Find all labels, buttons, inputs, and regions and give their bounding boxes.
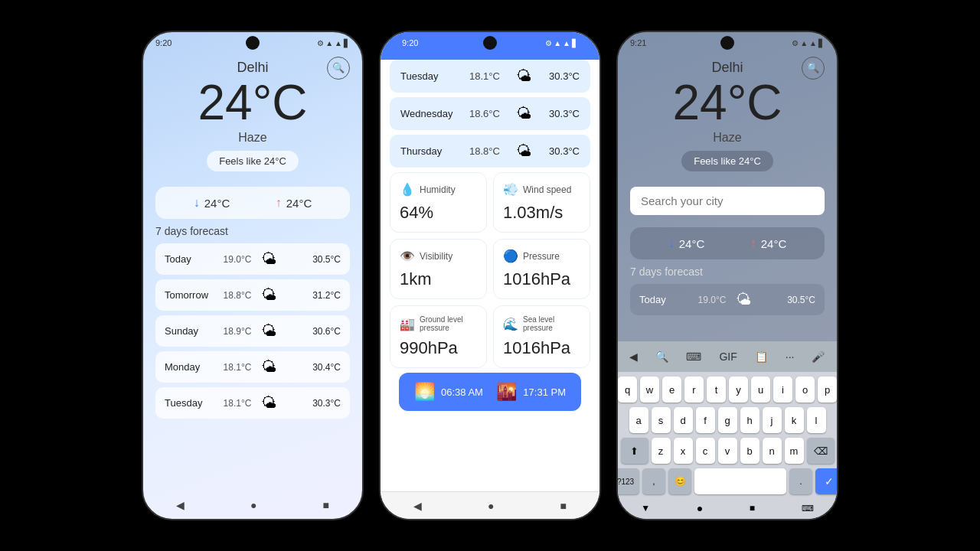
key-y[interactable]: y	[729, 377, 748, 403]
key-f[interactable]: f	[696, 407, 715, 433]
wifi-icon-1: ▲	[335, 39, 342, 47]
low-today-3: 19.0°C	[693, 295, 731, 305]
kb-row-3: ⬆ z x c v b n m ⌫	[621, 438, 834, 464]
city-row-3: Delhi 🔍	[630, 60, 825, 76]
kb-bottom-down[interactable]: ▼	[641, 503, 650, 514]
forecast-title-3: 7 days forecast	[630, 266, 825, 278]
humidity-card: 💧 Humidity 64%	[390, 172, 487, 233]
pressure-icon: 🔵	[503, 249, 518, 263]
recent-btn-1[interactable]: ■	[323, 499, 329, 511]
kb-row-1: q w e r t y u i o p	[621, 377, 834, 403]
key-x[interactable]: x	[674, 438, 693, 464]
weather-header-1: Delhi 🔍 24°C Haze Feels like 24°C	[143, 54, 362, 181]
key-o[interactable]: o	[795, 377, 815, 403]
back-btn-2[interactable]: ◀	[413, 500, 422, 512]
key-space[interactable]	[694, 468, 786, 494]
battery-icon-2: ▋	[572, 39, 578, 47]
key-q[interactable]: q	[618, 377, 637, 403]
signal-icon-2: ▲	[554, 39, 561, 47]
wind-label: Wind speed	[523, 184, 571, 195]
humidity-value: 64%	[400, 203, 477, 223]
condition-1: Haze	[238, 131, 266, 145]
kb-gif-btn[interactable]: GIF	[714, 347, 741, 366]
wind-card: 💨 Wind speed 1.03m/s	[493, 172, 590, 233]
key-n[interactable]: n	[763, 438, 782, 464]
key-c[interactable]: c	[696, 438, 715, 464]
forecast-section-3: 7 days forecast Today 19.0°C 🌤 30.5°C	[618, 266, 837, 323]
kb-mic-toolbar-btn[interactable]: 🎤	[807, 347, 829, 366]
back-btn-1[interactable]: ◀	[176, 499, 185, 511]
high-sunday: 30.6°C	[281, 326, 341, 337]
battery-icon-3: ▋	[818, 39, 825, 47]
key-i[interactable]: i	[773, 377, 792, 403]
phone-3: 9:21 ⚙ ▲ ▲ ▋ Delhi 🔍 24°C Haze Feels lik…	[616, 31, 838, 520]
key-backspace[interactable]: ⌫	[807, 438, 835, 464]
home-btn-2[interactable]: ●	[488, 500, 494, 512]
status-icons-1: ⚙ ▲ ▲ ▋	[317, 39, 350, 47]
wifi-icon-2: ▲	[563, 39, 570, 47]
keyboard-area: ◀ 🔍 ⌨ GIF 📋 ··· 🎤 q w e r t y u i o p a	[618, 341, 837, 519]
kb-bottom-home[interactable]: ●	[697, 502, 703, 514]
city-name-1: Delhi	[237, 60, 268, 76]
high-today: 30.5°C	[281, 254, 341, 265]
key-u[interactable]: u	[751, 377, 770, 403]
wind-icon: 💨	[503, 182, 518, 197]
city-row-1: Delhi 🔍	[155, 60, 350, 76]
kb-bottom-recent[interactable]: ■	[750, 503, 755, 514]
key-shift[interactable]: ⬆	[621, 438, 648, 464]
camera-notch-3	[720, 36, 734, 50]
temperature-1: 24°C	[198, 76, 308, 129]
key-b[interactable]: b	[740, 438, 760, 464]
key-d[interactable]: d	[674, 407, 693, 433]
day-today: Today	[165, 253, 218, 265]
home-btn-1[interactable]: ●	[250, 499, 256, 511]
search-button-1[interactable]: 🔍	[327, 57, 350, 80]
key-emoji[interactable]: 😊	[668, 468, 691, 494]
minmax-row-3: ↓ 24°C ↑ 24°C	[630, 227, 825, 259]
kb-clipboard-btn[interactable]: 📋	[750, 347, 773, 366]
key-h[interactable]: h	[740, 407, 760, 433]
key-num[interactable]: ?123	[616, 468, 639, 494]
p2-low-wed: 18.6°C	[469, 108, 511, 119]
sun-bar: 🌅 06:38 AM 🌇 17:31 PM	[399, 373, 581, 411]
kb-back-btn[interactable]: ◀	[625, 347, 642, 366]
sunset-item: 🌇 17:31 PM	[496, 382, 566, 402]
key-m[interactable]: m	[785, 438, 804, 464]
status-bar-2: 9:20 ⚙ ▲ ▲ ▋	[390, 32, 590, 54]
kb-more-btn[interactable]: ···	[781, 347, 799, 366]
key-e[interactable]: e	[662, 377, 681, 403]
key-enter[interactable]: ✓	[815, 468, 838, 494]
key-g[interactable]: g	[718, 407, 737, 433]
key-s[interactable]: s	[652, 407, 671, 433]
key-z[interactable]: z	[652, 438, 671, 464]
day-tuesday-1: Tuesday	[165, 397, 218, 409]
city-name-3: Delhi	[711, 60, 743, 76]
wind-value: 1.03m/s	[503, 203, 580, 223]
p2-low-thu: 18.8°C	[469, 145, 511, 157]
key-j[interactable]: j	[763, 407, 782, 433]
key-period[interactable]: .	[789, 468, 812, 494]
key-k[interactable]: k	[785, 407, 804, 433]
recent-btn-2[interactable]: ■	[560, 500, 567, 512]
kb-bottom-keyboard[interactable]: ⌨	[802, 504, 814, 514]
temperature-3: 24°C	[673, 76, 782, 129]
key-w[interactable]: w	[640, 377, 659, 403]
icon-today: 🌤	[256, 250, 281, 268]
settings-icon-1: ⚙	[317, 39, 324, 47]
key-r[interactable]: r	[684, 377, 704, 403]
kb-search-btn[interactable]: 🔍	[651, 347, 673, 366]
search-input[interactable]	[630, 187, 825, 215]
ground-pressure-icon: 🏭	[400, 317, 415, 331]
kb-keyboard-btn[interactable]: ⌨	[681, 347, 706, 366]
sea-pressure-card: 🌊 Sea level pressure 1016hPa	[493, 305, 590, 368]
down-arrow-1: ↓	[194, 196, 200, 210]
key-t[interactable]: t	[707, 377, 726, 403]
min-value-3: 24°C	[679, 237, 705, 250]
key-p[interactable]: p	[818, 377, 837, 403]
key-comma[interactable]: ,	[642, 468, 665, 494]
key-l[interactable]: l	[807, 407, 826, 433]
content-1: Delhi 🔍 24°C Haze Feels like 24°C ↓ 24°C…	[143, 54, 362, 491]
key-v[interactable]: v	[718, 438, 737, 464]
key-a[interactable]: a	[629, 407, 648, 433]
search-button-3[interactable]: 🔍	[802, 57, 825, 80]
